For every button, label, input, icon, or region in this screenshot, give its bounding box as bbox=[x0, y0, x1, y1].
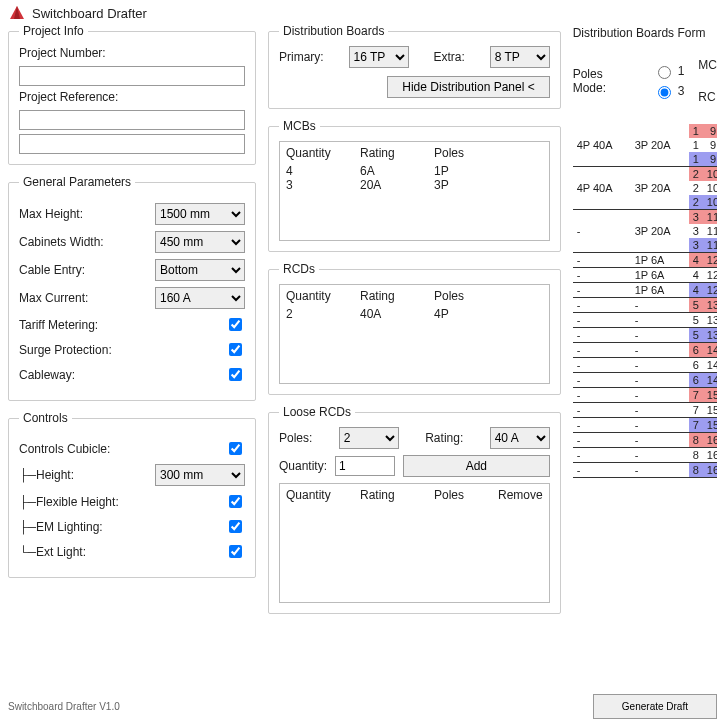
loose-add-button[interactable]: Add bbox=[403, 455, 550, 477]
form-row: --715 bbox=[573, 388, 717, 403]
rcds-table: Quantity Rating Poles 240A4P bbox=[279, 284, 550, 384]
form-mc-header: MC bbox=[698, 58, 717, 72]
extra-select[interactable]: 8 TP bbox=[490, 46, 550, 68]
tariff-metering-checkbox[interactable] bbox=[229, 318, 242, 331]
surge-protection-checkbox[interactable] bbox=[229, 343, 242, 356]
controls-height-label: ├─Height: bbox=[19, 468, 129, 482]
form-row: -3P 20A311 bbox=[573, 224, 717, 238]
controls-height-select[interactable]: 300 mm bbox=[155, 464, 245, 486]
cable-entry-select[interactable]: Bottom bbox=[155, 259, 245, 281]
loose-rcds-group: Loose RCDs Poles: 2 Rating: 40 A Quantit… bbox=[268, 405, 561, 614]
rcds-group: RCDs Quantity Rating Poles 240A4P bbox=[268, 262, 561, 395]
form-row: --816 bbox=[573, 433, 717, 448]
cabinets-width-label: Cabinets Width: bbox=[19, 235, 129, 249]
rcds-col-poles: Poles bbox=[434, 289, 494, 303]
table-row[interactable]: 320A3P bbox=[286, 178, 543, 192]
form-row: --614 bbox=[573, 343, 717, 358]
loose-col-remove: Remove bbox=[498, 488, 543, 502]
controls-ext-light-checkbox[interactable] bbox=[229, 545, 242, 558]
form-row: --513 bbox=[573, 328, 717, 343]
form-rc-header: RC bbox=[698, 90, 717, 104]
loose-quantity-label: Quantity: bbox=[279, 459, 327, 473]
max-height-label: Max Height: bbox=[19, 207, 129, 221]
loose-col-quantity: Quantity bbox=[286, 488, 356, 502]
mcbs-col-poles: Poles bbox=[434, 146, 494, 160]
form-row: 4P 40A3P 20A210 bbox=[573, 181, 717, 195]
controls-em-lighting-checkbox[interactable] bbox=[229, 520, 242, 533]
general-parameters-legend: General Parameters bbox=[19, 175, 135, 189]
project-reference-input-2[interactable] bbox=[19, 134, 245, 154]
form-row: -1P 6A412 bbox=[573, 268, 717, 283]
loose-rcds-legend: Loose RCDs bbox=[279, 405, 355, 419]
poles-mode-radio-1[interactable]: 1 bbox=[653, 63, 685, 79]
project-number-label: Project Number: bbox=[19, 46, 245, 60]
form-row: --614 bbox=[573, 358, 717, 373]
form-row: -1P 6A412 bbox=[573, 253, 717, 268]
cableway-checkbox[interactable] bbox=[229, 368, 242, 381]
tariff-metering-label: Tariff Metering: bbox=[19, 318, 129, 332]
cabinets-width-select[interactable]: 450 mm bbox=[155, 231, 245, 253]
controls-em-lighting-label: ├─EM Lighting: bbox=[19, 520, 129, 534]
rcds-col-quantity: Quantity bbox=[286, 289, 356, 303]
cable-entry-label: Cable Entry: bbox=[19, 263, 129, 277]
loose-rating-select[interactable]: 40 A bbox=[490, 427, 550, 449]
mcbs-table: Quantity Rating Poles 46A1P320A3P bbox=[279, 141, 550, 241]
general-parameters-group: General Parameters Max Height: 1500 mm C… bbox=[8, 175, 256, 401]
form-row: 4P 40A3P 20A19 bbox=[573, 138, 717, 152]
controls-flexible-height-checkbox[interactable] bbox=[229, 495, 242, 508]
surge-protection-label: Surge Protection: bbox=[19, 343, 129, 357]
form-row: 210 bbox=[573, 195, 717, 210]
project-info-legend: Project Info bbox=[19, 24, 88, 38]
app-logo-icon bbox=[8, 4, 26, 22]
distribution-boards-form-title: Distribution Boards Form bbox=[573, 26, 717, 40]
controls-legend: Controls bbox=[19, 411, 72, 425]
project-reference-input-1[interactable] bbox=[19, 110, 245, 130]
project-number-input[interactable] bbox=[19, 66, 245, 86]
extra-label: Extra: bbox=[433, 50, 464, 64]
max-height-select[interactable]: 1500 mm bbox=[155, 203, 245, 225]
controls-cubicle-label: Controls Cubicle: bbox=[19, 442, 129, 456]
poles-mode-radio-3[interactable]: 3 bbox=[653, 83, 685, 99]
form-row: -1P 6A412 bbox=[573, 283, 717, 298]
loose-quantity-input[interactable] bbox=[335, 456, 395, 476]
window-title: Switchboard Drafter bbox=[32, 6, 147, 21]
loose-rating-label: Rating: bbox=[425, 431, 463, 445]
controls-ext-light-label: └─Ext Light: bbox=[19, 545, 129, 559]
generate-draft-button[interactable]: Generate Draft bbox=[593, 694, 717, 719]
primary-select[interactable]: 16 TP bbox=[349, 46, 409, 68]
form-row: --513 bbox=[573, 298, 717, 313]
loose-rcds-table: Quantity Rating Poles Remove bbox=[279, 483, 550, 603]
loose-col-poles: Poles bbox=[434, 488, 494, 502]
rcds-col-rating: Rating bbox=[360, 289, 430, 303]
distribution-boards-legend: Distribution Boards bbox=[279, 24, 388, 38]
form-row: --715 bbox=[573, 418, 717, 433]
form-row: --715 bbox=[573, 403, 717, 418]
form-row: 311 bbox=[573, 238, 717, 253]
table-row[interactable]: 240A4P bbox=[286, 307, 543, 321]
poles-mode-label: Poles Mode: bbox=[573, 67, 639, 95]
controls-cubicle-checkbox[interactable] bbox=[229, 442, 242, 455]
form-row: 210 bbox=[573, 167, 717, 182]
form-row: 19 bbox=[573, 124, 717, 138]
loose-poles-label: Poles: bbox=[279, 431, 312, 445]
loose-col-rating: Rating bbox=[360, 488, 430, 502]
rcds-legend: RCDs bbox=[279, 262, 319, 276]
mcbs-legend: MCBs bbox=[279, 119, 320, 133]
project-info-group: Project Info Project Number: Project Ref… bbox=[8, 24, 256, 165]
controls-group: Controls Controls Cubicle: ├─Height: 300… bbox=[8, 411, 256, 578]
toggle-distribution-panel-button[interactable]: Hide Distribution Panel < bbox=[387, 76, 549, 98]
max-current-select[interactable]: 160 A bbox=[155, 287, 245, 309]
distribution-boards-group: Distribution Boards Primary: 16 TP Extra… bbox=[268, 24, 561, 109]
loose-poles-select[interactable]: 2 bbox=[339, 427, 399, 449]
project-reference-label: Project Reference: bbox=[19, 90, 245, 104]
primary-label: Primary: bbox=[279, 50, 324, 64]
cableway-label: Cableway: bbox=[19, 368, 129, 382]
mcbs-group: MCBs Quantity Rating Poles 46A1P320A3P bbox=[268, 119, 561, 252]
form-row: 311 bbox=[573, 210, 717, 225]
table-row[interactable]: 46A1P bbox=[286, 164, 543, 178]
form-row: 19 bbox=[573, 152, 717, 167]
form-row: --816 bbox=[573, 463, 717, 478]
mcbs-col-rating: Rating bbox=[360, 146, 430, 160]
max-current-label: Max Current: bbox=[19, 291, 129, 305]
controls-flexible-height-label: ├─Flexible Height: bbox=[19, 495, 129, 509]
